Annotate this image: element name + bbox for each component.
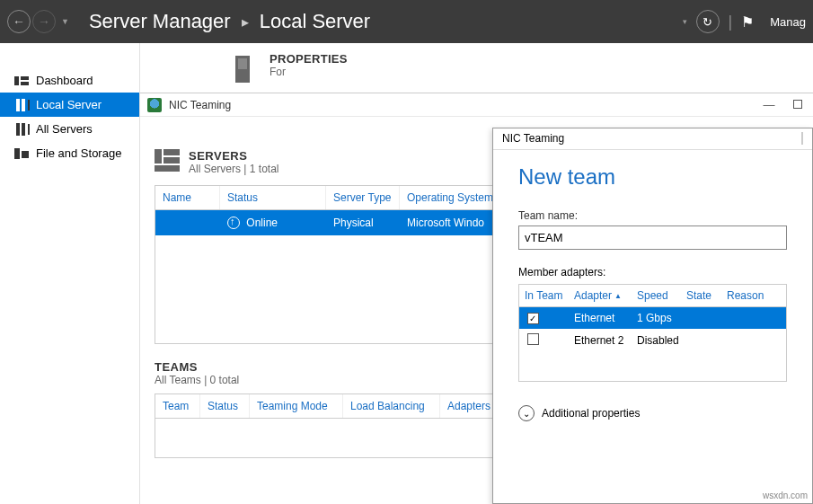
- manage-menu[interactable]: Manag: [770, 15, 806, 29]
- storage-icon: [14, 147, 29, 160]
- adapter-grid: In Team Adapter▲ Speed State Reason ✓ Et…: [518, 284, 787, 382]
- dialog-titlebar[interactable]: NIC Teaming: [493, 128, 812, 150]
- acol-state[interactable]: State: [681, 285, 721, 306]
- sidebar-item-label: File and Storage: [36, 146, 121, 160]
- forward-button[interactable]: →: [32, 10, 56, 33]
- app-header: ← → ▼ Server Manager ▸ Local Server ▾ ↻ …: [0, 0, 813, 43]
- adapter-grid-body: ✓ Ethernet 1 Gbps Ethernet 2 Disabled: [519, 307, 786, 381]
- adapter-row[interactable]: Ethernet 2 Disabled: [519, 329, 786, 352]
- adapter-grid-header: In Team Adapter▲ Speed State Reason: [519, 285, 786, 307]
- dialog-title: NIC Teaming: [502, 132, 564, 146]
- refresh-caret-icon: ▾: [683, 17, 687, 26]
- server-icon: [14, 99, 29, 111]
- sort-asc-icon: ▲: [614, 292, 622, 300]
- acol-speed[interactable]: Speed: [632, 285, 681, 306]
- cell-type: Physical: [326, 210, 400, 235]
- chevron-right-icon: ▸: [242, 13, 249, 31]
- adapter-row[interactable]: ✓ Ethernet 1 Gbps: [519, 307, 786, 329]
- sidebar-item-label: All Servers: [36, 122, 93, 136]
- nic-titlebar: NIC Teaming —: [140, 93, 813, 117]
- sidebar-item-label: Dashboard: [36, 74, 93, 87]
- adapter-speed: Disabled: [632, 330, 730, 351]
- adapter-checkbox[interactable]: ✓: [519, 307, 546, 329]
- sidebar-item-dashboard[interactable]: Dashboard: [0, 68, 139, 93]
- teams-title: TEAMS: [155, 360, 239, 374]
- adapter-speed: 1 Gbps: [632, 307, 730, 329]
- additional-properties-toggle[interactable]: ⌄ Additional properties: [518, 405, 787, 421]
- team-name-label: Team name:: [518, 209, 787, 222]
- servers-title: SERVERS: [189, 149, 279, 163]
- col-name[interactable]: Name: [155, 186, 220, 209]
- additional-label: Additional properties: [542, 407, 640, 420]
- col-status[interactable]: Status: [220, 186, 326, 209]
- watermark: wsxdn.com: [763, 491, 808, 500]
- refresh-button[interactable]: ↻: [696, 10, 720, 33]
- tcol-status[interactable]: Status: [200, 394, 250, 418]
- properties-title: PROPERTIES: [270, 52, 813, 66]
- sidebar-item-local-server[interactable]: Local Server: [0, 93, 139, 117]
- dialog-edge: [801, 132, 803, 145]
- dialog-body: New team Team name: Member adapters: In …: [493, 150, 812, 436]
- adapter-name: Ethernet: [569, 307, 632, 329]
- tcol-lb[interactable]: Load Balancing: [343, 394, 440, 418]
- adapter-checkbox[interactable]: [519, 329, 546, 352]
- acol-in-team[interactable]: In Team: [519, 285, 569, 306]
- member-adapters-label: Member adapters:: [518, 266, 787, 279]
- breadcrumb-root[interactable]: Server Manager: [89, 10, 231, 33]
- sidebar-item-all-servers[interactable]: All Servers: [0, 117, 139, 141]
- tcol-mode[interactable]: Teaming Mode: [250, 394, 343, 418]
- servers-stack-icon: [155, 149, 180, 176]
- sidebar-item-label: Local Server: [36, 98, 102, 111]
- cell-status: Online: [220, 210, 326, 235]
- history-dropdown-icon[interactable]: ▼: [61, 17, 69, 26]
- window-controls: —: [761, 98, 806, 111]
- status-online-icon: [227, 217, 240, 229]
- new-team-dialog: NIC Teaming New team Team name: Member a…: [492, 128, 813, 504]
- dialog-heading: New team: [518, 164, 787, 190]
- properties-panel: PROPERTIES For: [140, 43, 813, 97]
- nic-app-icon: [147, 98, 162, 112]
- minimize-button[interactable]: —: [761, 98, 777, 111]
- acol-reason[interactable]: Reason: [721, 285, 771, 306]
- cell-name: [155, 210, 220, 235]
- teams-subtitle: All Teams | 0 total: [155, 374, 239, 386]
- maximize-button[interactable]: [790, 98, 806, 111]
- col-type[interactable]: Server Type: [326, 186, 400, 209]
- breadcrumb-current[interactable]: Local Server: [260, 10, 371, 33]
- expand-down-icon: ⌄: [518, 405, 535, 421]
- acol-adapter[interactable]: Adapter▲: [569, 285, 632, 306]
- adapter-name: Ethernet 2: [569, 330, 632, 351]
- tcol-team[interactable]: Team: [155, 394, 200, 418]
- team-name-input[interactable]: [518, 225, 787, 250]
- back-button[interactable]: ←: [7, 10, 31, 33]
- header-right: ▾ ↻ | ⚑ Manag: [683, 10, 806, 33]
- servers-subtitle: All Servers | 1 total: [189, 163, 279, 175]
- properties-subtitle: For: [270, 66, 813, 78]
- separator: |: [729, 13, 733, 31]
- server-tower-icon: [235, 56, 250, 86]
- nav-arrows: ← → ▼: [7, 10, 69, 33]
- sidebar-item-file-storage[interactable]: File and Storage: [0, 141, 139, 165]
- breadcrumb: Server Manager ▸ Local Server: [89, 10, 370, 33]
- sidebar: Dashboard Local Server All Servers File …: [0, 43, 140, 504]
- servers-icon: [14, 123, 29, 136]
- flag-icon[interactable]: ⚑: [741, 13, 754, 31]
- dashboard-icon: [14, 75, 29, 87]
- nic-window-title: NIC Teaming: [169, 99, 231, 111]
